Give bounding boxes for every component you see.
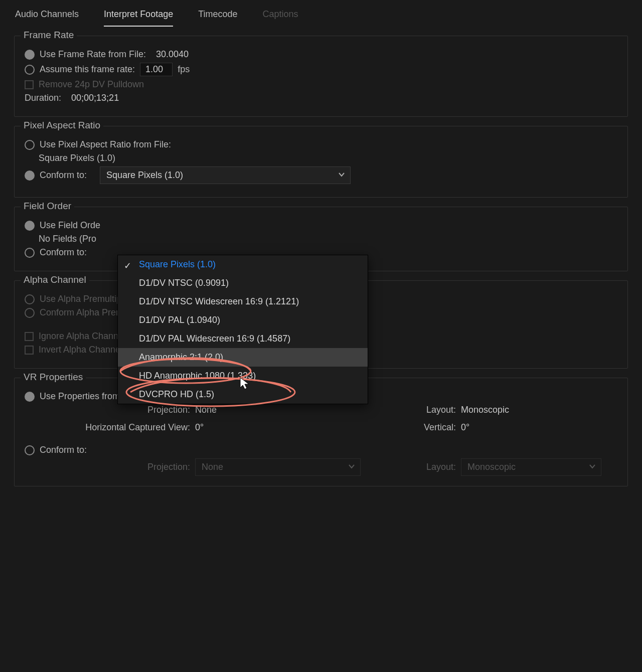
- select-vr-conform-layout: Monoscopic: [461, 458, 601, 476]
- label-vr-horiz: Horizontal Captured View:: [25, 422, 195, 433]
- label-par-from-file: Use Pixel Aspect Ratio from File:: [40, 139, 171, 150]
- chevron-down-icon: [589, 462, 596, 472]
- value-field-order-file: No Fields (Pro: [39, 234, 96, 244]
- label-field-order-from-file: Use Field Orde: [40, 220, 100, 231]
- chevron-down-icon: [338, 170, 345, 181]
- radio-assume-frame-rate[interactable]: [25, 65, 35, 75]
- label-duration: Duration:: [25, 93, 61, 103]
- value-vr-vert: 0°: [461, 422, 611, 433]
- radio-use-frame-rate-from-file[interactable]: [25, 50, 35, 60]
- label-fps: fps: [178, 64, 190, 75]
- label-par-conform: Conform to:: [40, 170, 95, 181]
- tab-audio-channels[interactable]: Audio Channels: [15, 9, 79, 27]
- radio-field-order-conform[interactable]: [25, 248, 35, 258]
- select-vr-conform-projection: None: [195, 458, 361, 476]
- dropdown-option-d1dv-pal-wide[interactable]: D1/DV PAL Widescreen 16:9 (1.4587): [118, 329, 368, 348]
- pixel-aspect-ratio-group: Pixel Aspect Ratio Use Pixel Aspect Rati…: [14, 126, 628, 198]
- frame-rate-legend: Frame Rate: [21, 30, 77, 41]
- vr-legend: VR Properties: [21, 372, 86, 383]
- check-icon: ✓: [124, 260, 131, 271]
- par-legend: Pixel Aspect Ratio: [21, 120, 103, 131]
- checkbox-ignore-alpha: [25, 332, 34, 341]
- value-vr-projection: None: [195, 405, 396, 415]
- label-vr-vert: Vertical:: [396, 422, 461, 433]
- radio-alpha-premult-from-file: [25, 294, 35, 304]
- label-invert-alpha: Invert Alpha Channel: [39, 345, 122, 355]
- select-vr-conform-projection-value: None: [202, 462, 223, 472]
- dropdown-option-anamorphic-2-1[interactable]: Anamorphic 2:1 (2.0): [118, 348, 368, 367]
- checkbox-remove-24p: [25, 80, 34, 89]
- tab-captions[interactable]: Captions: [263, 9, 298, 27]
- label-assume-frame-rate: Assume this frame rate:: [40, 64, 135, 75]
- alpha-legend: Alpha Channel: [21, 274, 89, 285]
- tab-bar: Audio Channels Interpret Footage Timecod…: [0, 0, 642, 27]
- radio-par-from-file[interactable]: [25, 140, 35, 150]
- radio-par-conform[interactable]: [25, 171, 35, 181]
- input-assume-frame-rate[interactable]: 1.00: [140, 63, 173, 76]
- value-file-frame-rate: 30.0040: [156, 49, 189, 60]
- dropdown-option-d1dv-ntsc[interactable]: D1/DV NTSC (0.9091): [118, 274, 368, 292]
- tab-timecode[interactable]: Timecode: [198, 9, 237, 27]
- radio-vr-conform[interactable]: [25, 445, 35, 455]
- radio-field-order-from-file[interactable]: [25, 221, 35, 231]
- radio-alpha-conform: [25, 308, 35, 318]
- dropdown-option-d1dv-ntsc-wide[interactable]: D1/DV NTSC Widescreen 16:9 (1.2121): [118, 292, 368, 311]
- value-vr-layout: Monoscopic: [461, 405, 611, 415]
- field-order-legend: Field Order: [21, 201, 74, 212]
- chevron-down-icon: [348, 462, 355, 472]
- select-vr-conform-layout-value: Monoscopic: [467, 462, 516, 472]
- dropdown-option-dvcpro-hd[interactable]: DVCPRO HD (1.5): [118, 385, 368, 404]
- dropdown-option-square-pixels[interactable]: ✓ Square Pixels (1.0): [118, 255, 368, 274]
- label-field-order-conform: Conform to:: [40, 247, 87, 258]
- label-ignore-alpha: Ignore Alpha Channel: [39, 331, 125, 342]
- dropdown-option-d1dv-pal[interactable]: D1/DV PAL (1.0940): [118, 311, 368, 329]
- tab-interpret-footage[interactable]: Interpret Footage: [104, 9, 173, 27]
- radio-vr-from-file[interactable]: [25, 392, 35, 402]
- label-vr-conform-layout: Layout:: [396, 462, 461, 472]
- dropdown-par-options[interactable]: ✓ Square Pixels (1.0) D1/DV NTSC (0.9091…: [117, 255, 368, 404]
- label-use-frame-rate-from-file: Use Frame Rate from File:: [40, 49, 146, 60]
- value-duration: 00;00;13;21: [71, 93, 119, 103]
- value-par-file: Square Pixels (1.0): [39, 153, 115, 163]
- label-vr-conform-projection: Projection:: [25, 462, 195, 472]
- select-par-conform-value: Square Pixels (1.0): [106, 170, 183, 181]
- label-vr-projection: Projection:: [25, 405, 195, 415]
- value-vr-horiz: 0°: [195, 422, 396, 433]
- checkbox-invert-alpha: [25, 346, 34, 355]
- select-par-conform[interactable]: Square Pixels (1.0): [100, 166, 351, 184]
- label-vr-layout: Layout:: [396, 405, 461, 415]
- frame-rate-group: Frame Rate Use Frame Rate from File: 30.…: [14, 36, 628, 117]
- dropdown-option-hd-anamorphic-1080[interactable]: HD Anamorphic 1080 (1.333): [118, 367, 368, 385]
- label-remove-24p: Remove 24p DV Pulldown: [39, 79, 144, 90]
- label-vr-conform: Conform to:: [40, 445, 87, 455]
